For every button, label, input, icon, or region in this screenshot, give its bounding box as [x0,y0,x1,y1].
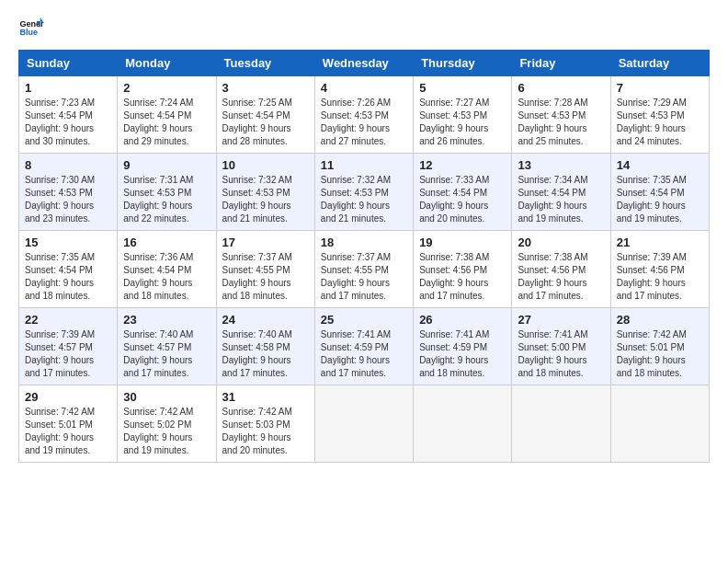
week-row-3: 15Sunrise: 7:35 AMSunset: 4:54 PMDayligh… [19,231,710,308]
day-cell [610,385,709,463]
day-cell: 24Sunrise: 7:40 AMSunset: 4:58 PMDayligh… [216,308,314,385]
day-info: Sunrise: 7:37 AMSunset: 4:55 PMDaylight:… [321,252,391,301]
day-info: Sunrise: 7:39 AMSunset: 4:57 PMDaylight:… [25,329,95,378]
svg-text:Blue: Blue [19,28,38,37]
week-row-1: 1Sunrise: 7:23 AMSunset: 4:54 PMDaylight… [19,76,710,154]
day-cell: 2Sunrise: 7:24 AMSunset: 4:54 PMDaylight… [118,76,216,154]
col-header-saturday: Saturday [610,51,709,76]
day-info: Sunrise: 7:41 AMSunset: 4:59 PMDaylight:… [321,329,391,378]
day-info: Sunrise: 7:42 AMSunset: 5:03 PMDaylight:… [222,407,292,455]
day-info: Sunrise: 7:24 AMSunset: 4:54 PMDaylight:… [123,98,193,146]
col-header-sunday: Sunday [19,51,118,76]
day-cell: 7Sunrise: 7:29 AMSunset: 4:53 PMDaylight… [610,76,709,154]
day-number: 14 [617,158,703,172]
day-number: 4 [321,81,407,95]
day-info: Sunrise: 7:28 AMSunset: 4:53 PMDaylight:… [518,98,587,146]
day-cell: 19Sunrise: 7:38 AMSunset: 4:56 PMDayligh… [414,231,512,308]
day-cell: 26Sunrise: 7:41 AMSunset: 4:59 PMDayligh… [414,308,512,385]
day-info: Sunrise: 7:40 AMSunset: 4:57 PMDaylight:… [123,329,193,378]
day-number: 23 [123,313,210,327]
day-info: Sunrise: 7:30 AMSunset: 4:53 PMDaylight:… [25,175,95,224]
col-header-monday: Monday [118,51,216,76]
day-info: Sunrise: 7:35 AMSunset: 4:54 PMDaylight:… [25,252,95,301]
day-cell: 14Sunrise: 7:35 AMSunset: 4:54 PMDayligh… [610,154,709,231]
day-number: 15 [25,236,111,249]
day-info: Sunrise: 7:41 AMSunset: 4:59 PMDaylight:… [419,329,489,378]
day-info: Sunrise: 7:36 AMSunset: 4:54 PMDaylight:… [123,252,193,301]
day-cell: 1Sunrise: 7:23 AMSunset: 4:54 PMDaylight… [19,76,118,154]
col-header-tuesday: Tuesday [216,51,314,76]
col-header-friday: Friday [512,51,610,76]
logo: General Blue [18,15,44,40]
day-number: 6 [518,81,604,95]
day-info: Sunrise: 7:23 AMSunset: 4:54 PMDaylight:… [25,98,95,146]
day-info: Sunrise: 7:31 AMSunset: 4:53 PMDaylight:… [123,175,193,224]
day-cell: 9Sunrise: 7:31 AMSunset: 4:53 PMDaylight… [118,154,216,231]
day-number: 20 [518,236,604,249]
day-number: 11 [321,158,407,172]
day-number: 1 [25,81,111,95]
day-info: Sunrise: 7:41 AMSunset: 5:00 PMDaylight:… [518,329,587,378]
day-info: Sunrise: 7:29 AMSunset: 4:53 PMDaylight:… [617,98,687,146]
day-number: 3 [222,81,309,95]
day-info: Sunrise: 7:27 AMSunset: 4:53 PMDaylight:… [419,98,489,146]
day-info: Sunrise: 7:37 AMSunset: 4:55 PMDaylight:… [222,252,292,301]
day-cell: 8Sunrise: 7:30 AMSunset: 4:53 PMDaylight… [19,154,118,231]
day-cell: 23Sunrise: 7:40 AMSunset: 4:57 PMDayligh… [118,308,216,385]
day-info: Sunrise: 7:42 AMSunset: 5:02 PMDaylight:… [123,407,193,455]
day-cell: 16Sunrise: 7:36 AMSunset: 4:54 PMDayligh… [118,231,216,308]
day-cell [512,385,610,463]
day-cell: 6Sunrise: 7:28 AMSunset: 4:53 PMDaylight… [512,76,610,154]
day-cell: 4Sunrise: 7:26 AMSunset: 4:53 PMDaylight… [314,76,413,154]
header: General Blue [18,15,710,40]
calendar-table: SundayMondayTuesdayWednesdayThursdayFrid… [18,50,710,463]
day-info: Sunrise: 7:34 AMSunset: 4:54 PMDaylight:… [518,175,587,224]
day-info: Sunrise: 7:35 AMSunset: 4:54 PMDaylight:… [617,175,687,224]
day-number: 22 [25,313,111,327]
day-number: 17 [222,236,309,249]
day-number: 29 [25,390,111,404]
day-cell: 12Sunrise: 7:33 AMSunset: 4:54 PMDayligh… [414,154,512,231]
day-info: Sunrise: 7:25 AMSunset: 4:54 PMDaylight:… [222,98,292,146]
week-row-2: 8Sunrise: 7:30 AMSunset: 4:53 PMDaylight… [19,154,710,231]
day-cell: 31Sunrise: 7:42 AMSunset: 5:03 PMDayligh… [216,385,314,463]
day-number: 5 [419,81,506,95]
header-row: SundayMondayTuesdayWednesdayThursdayFrid… [19,51,710,76]
day-info: Sunrise: 7:39 AMSunset: 4:56 PMDaylight:… [617,252,687,301]
day-cell: 3Sunrise: 7:25 AMSunset: 4:54 PMDaylight… [216,76,314,154]
day-number: 27 [518,313,604,327]
day-cell: 20Sunrise: 7:38 AMSunset: 4:56 PMDayligh… [512,231,610,308]
logo-icon: General Blue [18,15,44,40]
day-cell: 21Sunrise: 7:39 AMSunset: 4:56 PMDayligh… [610,231,709,308]
day-cell: 10Sunrise: 7:32 AMSunset: 4:53 PMDayligh… [216,154,314,231]
day-number: 2 [123,81,210,95]
day-cell: 30Sunrise: 7:42 AMSunset: 5:02 PMDayligh… [118,385,216,463]
day-info: Sunrise: 7:40 AMSunset: 4:58 PMDaylight:… [222,329,292,378]
day-number: 30 [123,390,210,404]
day-info: Sunrise: 7:42 AMSunset: 5:01 PMDaylight:… [617,329,687,378]
week-row-4: 22Sunrise: 7:39 AMSunset: 4:57 PMDayligh… [19,308,710,385]
day-cell: 22Sunrise: 7:39 AMSunset: 4:57 PMDayligh… [19,308,118,385]
day-cell: 28Sunrise: 7:42 AMSunset: 5:01 PMDayligh… [610,308,709,385]
day-number: 8 [25,158,111,172]
day-cell: 25Sunrise: 7:41 AMSunset: 4:59 PMDayligh… [314,308,413,385]
day-info: Sunrise: 7:38 AMSunset: 4:56 PMDaylight:… [419,252,489,301]
day-number: 9 [123,158,210,172]
day-cell [314,385,413,463]
day-cell: 15Sunrise: 7:35 AMSunset: 4:54 PMDayligh… [19,231,118,308]
col-header-thursday: Thursday [414,51,512,76]
day-cell: 29Sunrise: 7:42 AMSunset: 5:01 PMDayligh… [19,385,118,463]
day-info: Sunrise: 7:26 AMSunset: 4:53 PMDaylight:… [321,98,391,146]
day-number: 10 [222,158,309,172]
day-cell: 5Sunrise: 7:27 AMSunset: 4:53 PMDaylight… [414,76,512,154]
day-cell: 13Sunrise: 7:34 AMSunset: 4:54 PMDayligh… [512,154,610,231]
day-info: Sunrise: 7:38 AMSunset: 4:56 PMDaylight:… [518,252,587,301]
day-number: 28 [617,313,703,327]
day-number: 13 [518,158,604,172]
day-number: 25 [321,313,407,327]
day-cell: 27Sunrise: 7:41 AMSunset: 5:00 PMDayligh… [512,308,610,385]
day-number: 16 [123,236,210,249]
day-number: 12 [419,158,506,172]
day-number: 31 [222,390,309,404]
day-number: 24 [222,313,309,327]
